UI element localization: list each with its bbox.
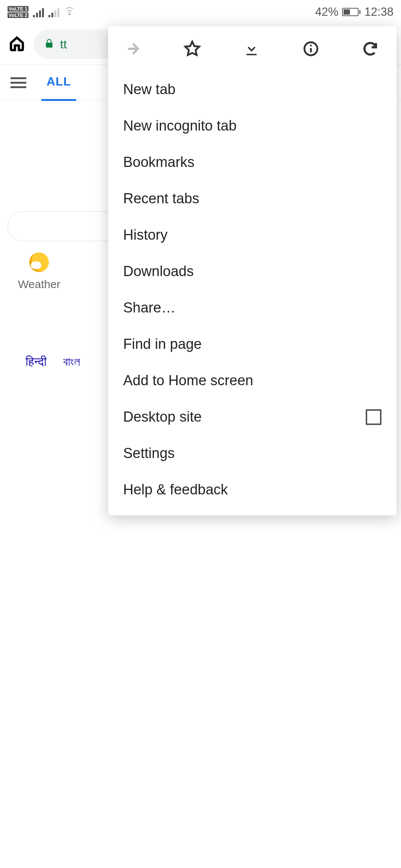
menu-settings-label: Settings <box>123 445 175 461</box>
menu-share-label: Share… <box>123 300 175 316</box>
menu-desktop-site[interactable]: Desktop site <box>108 399 396 435</box>
home-button[interactable] <box>9 36 25 53</box>
menu-help-feedback[interactable]: Help & feedback <box>108 472 396 508</box>
lock-icon <box>44 38 54 51</box>
wifi-icon <box>64 6 75 18</box>
status-bar: VoLTE 1 VoLTE 2 42% 12:38 <box>0 0 401 24</box>
menu-add-to-home-label: Add to Home screen <box>123 372 253 389</box>
weather-label: Weather <box>18 278 60 291</box>
signal-sim1-icon <box>33 7 44 17</box>
volte1-badge: VoLTE 1 <box>8 6 29 12</box>
menu-new-tab[interactable]: New tab <box>108 71 396 108</box>
battery-percent: 42% <box>315 5 338 19</box>
menu-new-tab-label: New tab <box>123 81 175 98</box>
clock-time: 12:38 <box>364 5 393 19</box>
menu-icon-row <box>108 26 396 71</box>
forward-button[interactable] <box>122 38 144 60</box>
weather-icon <box>29 252 49 272</box>
menu-bookmarks[interactable]: Bookmarks <box>108 144 396 180</box>
tab-all[interactable]: ALL <box>41 64 76 101</box>
language-link-bengali[interactable]: বাংল <box>63 355 80 369</box>
menu-find-in-page[interactable]: Find in page <box>108 326 396 362</box>
menu-downloads-label: Downloads <box>123 263 194 279</box>
menu-add-to-home[interactable]: Add to Home screen <box>108 362 396 399</box>
menu-downloads[interactable]: Downloads <box>108 253 396 290</box>
chrome-overflow-menu: New tab New incognito tab Bookmarks Rece… <box>108 26 396 515</box>
menu-history[interactable]: History <box>108 217 396 253</box>
svg-point-4 <box>310 45 312 47</box>
refresh-button[interactable] <box>359 38 381 60</box>
language-row: हिन्दी বাংল <box>26 355 80 369</box>
battery-icon <box>342 8 360 16</box>
menu-recent-tabs-label: Recent tabs <box>123 191 199 207</box>
desktop-site-checkbox[interactable] <box>366 409 381 425</box>
menu-history-label: History <box>123 227 167 243</box>
menu-find-in-page-label: Find in page <box>123 336 202 352</box>
bookmark-star-button[interactable] <box>181 38 204 60</box>
address-text: tt <box>60 38 67 51</box>
menu-desktop-site-label: Desktop site <box>123 409 202 425</box>
volte-badges: VoLTE 1 VoLTE 2 <box>8 6 29 18</box>
menu-share[interactable]: Share… <box>108 290 396 326</box>
menu-help-feedback-label: Help & feedback <box>123 482 228 498</box>
menu-new-incognito-label: New incognito tab <box>123 118 237 134</box>
weather-widget[interactable]: Weather <box>18 252 60 291</box>
crop-below <box>0 588 401 868</box>
menu-settings[interactable]: Settings <box>108 435 396 472</box>
menu-bookmarks-label: Bookmarks <box>123 154 194 170</box>
status-left: VoLTE 1 VoLTE 2 <box>8 6 75 18</box>
status-right: 42% 12:38 <box>315 5 393 19</box>
menu-recent-tabs[interactable]: Recent tabs <box>108 180 396 217</box>
download-button[interactable] <box>240 38 263 60</box>
language-link-hindi[interactable]: हिन्दी <box>26 355 47 369</box>
hamburger-icon[interactable] <box>11 77 26 88</box>
page-info-button[interactable] <box>300 38 322 60</box>
volte2-badge: VoLTE 2 <box>8 12 29 18</box>
menu-new-incognito[interactable]: New incognito tab <box>108 108 396 144</box>
signal-sim2-icon <box>48 7 59 17</box>
